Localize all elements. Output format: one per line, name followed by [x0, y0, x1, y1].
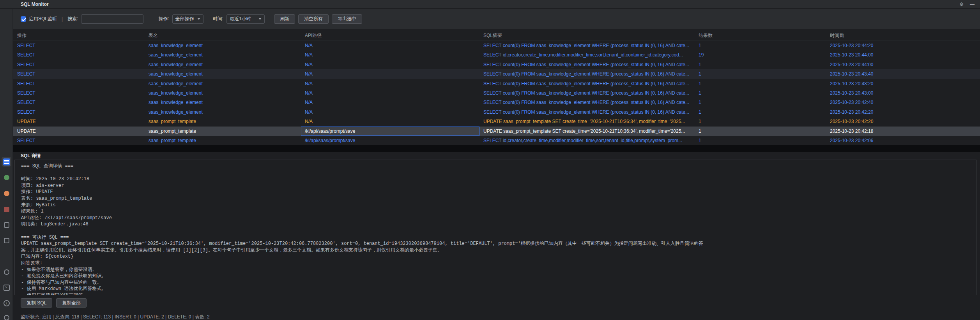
column-header-0[interactable]: 操作 [13, 31, 145, 40]
bookmarks-tool-icon[interactable] [2, 236, 11, 245]
cell-count[interactable]: 1 [695, 69, 826, 79]
gear-icon[interactable]: ⚙ [959, 0, 964, 9]
cell-time[interactable]: 2025-10-23 20:42:18 [826, 127, 980, 136]
cell-sql[interactable]: SELECT id,creator,create_time,modifier,m… [479, 50, 695, 60]
table-row[interactable]: UPDATEsaas_prompt_template/kl/api/saas/p… [13, 127, 980, 136]
cell-count[interactable]: 1 [695, 136, 826, 145]
action-filter-select[interactable]: 全部操作 [172, 14, 203, 24]
cell-table_name[interactable]: saas_knowledge_element [145, 88, 301, 98]
cell-op[interactable]: SELECT [13, 60, 145, 69]
cell-count[interactable]: 1 [695, 127, 826, 136]
cell-time[interactable]: 2025-10-23 20:43:20 [826, 79, 980, 88]
cell-sql[interactable]: SELECT count(0) FROM saas_knowledge_elem… [479, 98, 695, 107]
cell-op[interactable]: SELECT [13, 79, 145, 88]
search-input[interactable] [81, 14, 143, 24]
cell-api[interactable]: N/A [301, 98, 479, 107]
cell-api[interactable]: N/A [301, 79, 479, 88]
column-header-3[interactable]: SQL摘要 [479, 31, 695, 40]
enable-sql-listen-checkbox[interactable]: 启用SQL监听 [21, 16, 57, 22]
table-row[interactable]: SELECTsaas_knowledge_elementN/ASELECT co… [13, 41, 980, 50]
cell-api[interactable]: N/A [301, 117, 479, 126]
export-selected-button[interactable]: 导出选中 [332, 14, 362, 24]
notifications-tool-icon[interactable]: i [2, 298, 11, 308]
cell-count[interactable]: 1 [695, 98, 826, 107]
cell-time[interactable]: 2025-10-23 20:44:00 [826, 60, 980, 69]
cell-op[interactable]: SELECT [13, 136, 145, 145]
cell-api[interactable]: N/A [301, 41, 479, 50]
cell-table_name[interactable]: saas_knowledge_element [145, 98, 301, 107]
cell-api[interactable]: /kl/api/saas/prompt/save [301, 136, 479, 145]
cell-count[interactable]: 1 [695, 117, 826, 126]
table-row[interactable]: SELECTsaas_prompt_template/kl/api/saas/p… [13, 136, 980, 145]
cell-sql[interactable]: SELECT count(0) FROM saas_knowledge_elem… [479, 41, 695, 50]
problems-tool-icon[interactable] [2, 204, 11, 214]
cell-op[interactable]: UPDATE [13, 127, 145, 136]
cell-table_name[interactable]: saas_knowledge_element [145, 60, 301, 69]
column-header-4[interactable]: 结果数 [695, 31, 826, 40]
cell-op[interactable]: UPDATE [13, 117, 145, 126]
cell-api[interactable]: N/A [301, 69, 479, 79]
cell-op[interactable]: SELECT [13, 50, 145, 60]
column-header-5[interactable]: 时间戳 [826, 31, 980, 40]
cell-sql[interactable]: UPDATE saas_prompt_template SET create_t… [479, 117, 695, 126]
refresh-button[interactable]: 刷新 [274, 14, 295, 24]
cell-op[interactable]: SELECT [13, 98, 145, 107]
time-filter-select[interactable]: 最近1小时 [226, 14, 265, 24]
cell-api[interactable]: N/A [301, 107, 479, 117]
cell-time[interactable]: 2025-10-23 20:43:40 [826, 69, 980, 79]
cell-table_name[interactable]: saas_knowledge_element [145, 79, 301, 88]
column-header-1[interactable]: 表名 [145, 31, 301, 40]
minimize-icon[interactable]: — [970, 0, 975, 9]
cell-time[interactable]: 2025-10-23 20:42:20 [826, 107, 980, 117]
copy-sql-button[interactable]: 复制 SQL [21, 298, 52, 308]
cell-op[interactable]: SELECT [13, 41, 145, 50]
clear-all-button[interactable]: 清空所有 [298, 14, 329, 24]
table-row[interactable]: SELECTsaas_knowledge_elementN/ASELECT co… [13, 98, 980, 107]
cell-time[interactable]: 2025-10-23 20:42:40 [826, 98, 980, 107]
services-tool-icon[interactable] [2, 172, 11, 182]
cell-sql[interactable]: SELECT count(0) FROM saas_knowledge_elem… [479, 60, 695, 69]
cell-op[interactable]: SELECT [13, 107, 145, 117]
cell-table_name[interactable]: saas_knowledge_element [145, 50, 301, 60]
table-row[interactable]: SELECTsaas_knowledge_elementN/ASELECT co… [13, 107, 980, 117]
table-row[interactable]: SELECTsaas_knowledge_elementN/ASELECT co… [13, 69, 980, 79]
cell-time[interactable]: 2025-10-23 20:43:00 [826, 88, 980, 98]
cell-table_name[interactable]: saas_prompt_template [145, 127, 301, 136]
table-row[interactable]: SELECTsaas_knowledge_elementN/ASELECT co… [13, 88, 980, 98]
table-row[interactable]: UPDATEsaas_prompt_templateN/AUPDATE saas… [13, 117, 980, 126]
table-row[interactable]: SELECTsaas_knowledge_elementN/ASELECT co… [13, 79, 980, 88]
cell-sql[interactable]: SELECT id,creator,create_time,modifier,m… [479, 136, 695, 145]
cell-time[interactable]: 2025-10-23 20:42:20 [826, 117, 980, 126]
cell-count[interactable]: 1 [695, 79, 826, 88]
cell-api[interactable]: N/A [301, 60, 479, 69]
table-row[interactable]: SELECTsaas_knowledge_elementN/ASELECT id… [13, 50, 980, 60]
cell-time[interactable]: 2025-10-23 20:44:20 [826, 41, 980, 50]
cell-count[interactable]: 1 [695, 60, 826, 69]
table-row[interactable]: SELECTsaas_knowledge_elementN/ASELECT co… [13, 60, 980, 69]
run-tool-icon[interactable] [2, 267, 11, 277]
cell-time[interactable]: 2025-10-23 20:42:06 [826, 136, 980, 145]
cell-count[interactable]: 1 [695, 107, 826, 117]
cell-sql[interactable]: SELECT count(0) FROM saas_knowledge_elem… [479, 69, 695, 79]
profiler-tool-icon[interactable] [2, 188, 11, 198]
panel-splitter[interactable] [13, 145, 980, 152]
cell-count[interactable]: 1 [695, 88, 826, 98]
cell-table_name[interactable]: saas_prompt_template [145, 117, 301, 126]
cell-sql[interactable]: SELECT count(0) FROM saas_knowledge_elem… [479, 79, 695, 88]
terminal-tool-icon[interactable]: > [2, 283, 11, 292]
cell-table_name[interactable]: saas_knowledge_element [145, 41, 301, 50]
cell-time[interactable]: 2025-10-23 20:44:00 [826, 50, 980, 60]
column-header-2[interactable]: API路径 [301, 31, 479, 40]
sql-monitor-tool-icon[interactable] [2, 157, 11, 167]
cell-sql[interactable]: SELECT count(0) FROM saas_knowledge_elem… [479, 107, 695, 117]
cell-table_name[interactable]: saas_knowledge_element [145, 69, 301, 79]
cell-op[interactable]: SELECT [13, 88, 145, 98]
structure-tool-icon[interactable] [2, 220, 11, 230]
cell-api[interactable]: /kl/api/saas/prompt/save [301, 127, 479, 136]
commit-tool-icon[interactable] [2, 313, 11, 320]
copy-all-button[interactable]: 复制全部 [56, 298, 87, 308]
cell-api[interactable]: N/A [301, 50, 479, 60]
cell-sql[interactable]: SELECT count(0) FROM saas_knowledge_elem… [479, 88, 695, 98]
cell-table_name[interactable]: saas_prompt_template [145, 136, 301, 145]
cell-table_name[interactable]: saas_knowledge_element [145, 107, 301, 117]
